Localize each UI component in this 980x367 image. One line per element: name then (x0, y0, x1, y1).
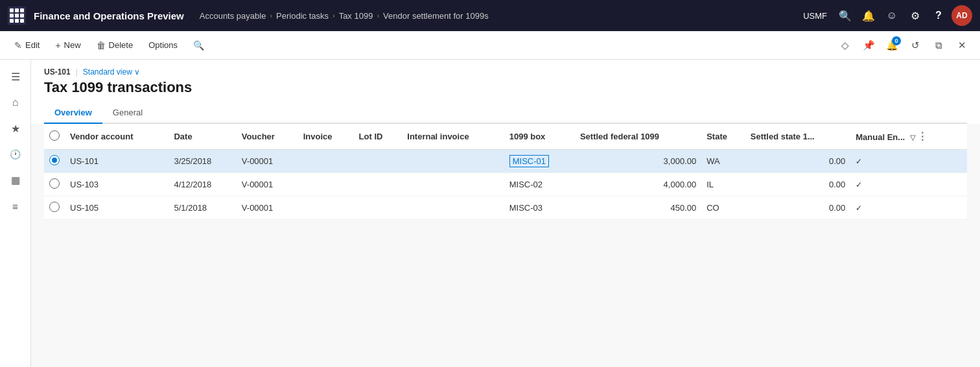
bell-icon[interactable]: 🔔 (858, 5, 879, 26)
row-radio-cell[interactable] (44, 196, 65, 220)
options-button[interactable]: Options (142, 37, 184, 53)
checkmark-icon: ✓ (856, 157, 862, 166)
edit-button[interactable]: ✎ Edit (8, 37, 46, 54)
cell-state: CO (701, 196, 745, 220)
refresh-icon[interactable]: ↺ (905, 35, 926, 56)
col-header-manual-en-label: Manual En... (856, 132, 905, 142)
col-header-vendor-account[interactable]: Vendor account (65, 124, 169, 150)
delete-button[interactable]: 🗑 Delete (90, 37, 140, 54)
tab-overview[interactable]: Overview (44, 102, 102, 124)
table-header-row: Vendor account Date Voucher Invoice Lot … (44, 124, 967, 150)
tab-general[interactable]: General (102, 102, 153, 124)
row-radio-cell[interactable] (44, 173, 65, 196)
delete-label: Delete (109, 40, 134, 50)
row-radio-cell[interactable] (44, 150, 65, 173)
col-header-lot-id[interactable]: Lot ID (354, 124, 402, 150)
pin-icon[interactable]: 📌 (858, 35, 879, 56)
table-body: US-1013/25/2018V-00001MISC-013,000.00WA0… (44, 150, 967, 220)
row-radio[interactable] (49, 202, 60, 212)
new-icon: + (55, 40, 60, 51)
search-icon-toolbar: 🔍 (193, 40, 204, 51)
col-header-settled-federal[interactable]: Settled federal 1099 (575, 124, 701, 150)
col-header-manual-en[interactable]: Manual En... ▽ ⋮ (850, 124, 967, 150)
col-header-voucher[interactable]: Voucher (237, 124, 298, 150)
col-header-settled-state[interactable]: Settled state 1... (745, 124, 851, 150)
cell-settled-state: 0.00 (745, 173, 851, 196)
notification-badge: 0 (892, 36, 901, 45)
avatar[interactable]: AD (951, 5, 972, 26)
org-label: USMF (803, 11, 827, 21)
row-radio[interactable] (49, 178, 60, 189)
cell-manual-en: ✓ (850, 173, 967, 196)
sidebar-item-menu[interactable]: ☰ (4, 65, 27, 88)
sidebar-item-modules[interactable]: ≡ (4, 195, 27, 218)
edit-label: Edit (25, 40, 40, 50)
table-row: US-1013/25/2018V-00001MISC-013,000.00WA0… (44, 150, 967, 173)
col-header-date[interactable]: Date (169, 124, 236, 150)
cell-vendor-account: US-103 (65, 173, 169, 196)
col-header-invoice[interactable]: Invoice (298, 124, 354, 150)
header-radio[interactable] (49, 130, 60, 141)
breadcrumb-sep-2: › (332, 12, 335, 19)
tabs: Overview General (44, 102, 967, 124)
diamond-icon[interactable]: ◇ (835, 35, 856, 56)
col-more-icon[interactable]: ⋮ (917, 131, 928, 142)
checkmark-icon: ✓ (856, 180, 862, 189)
cell-date: 5/1/2018 (169, 196, 236, 220)
view-name-selector[interactable]: Standard view ∨ (83, 67, 140, 77)
cell-settled-federal: 4,000.00 (575, 173, 701, 196)
cell-date: 4/12/2018 (169, 173, 236, 196)
gear-icon[interactable]: ⚙ (905, 5, 926, 26)
cell-state: WA (701, 150, 745, 173)
cell-manual-en: ✓ (850, 150, 967, 173)
help-icon[interactable]: ? (928, 5, 949, 26)
filter-icon[interactable]: ▽ (910, 134, 915, 141)
breadcrumb: Accounts payable › Periodic tasks › Tax … (200, 11, 803, 21)
view-id: US-101 (44, 67, 71, 77)
smiley-icon[interactable]: ☺ (881, 5, 902, 26)
sidebar-item-recent[interactable]: 🕐 (4, 143, 27, 166)
cell-1099-box[interactable]: MISC-01 (504, 150, 575, 173)
col-header-state[interactable]: State (701, 124, 745, 150)
sidebar: ☰ ⌂ ★ 🕐 ▦ ≡ (0, 60, 31, 367)
1099-box-link[interactable]: MISC-01 (509, 155, 549, 167)
toolbar: ✎ Edit + New 🗑 Delete Options 🔍 ◇ 📌 🔔 0 … (0, 31, 980, 60)
breadcrumb-item-4[interactable]: Vendor settlement for 1099s (383, 11, 489, 21)
waffle-icon (10, 8, 24, 23)
search-icon-top[interactable]: 🔍 (835, 5, 856, 26)
cell-1099-box[interactable]: MISC-03 (504, 196, 575, 220)
cell-1099-box[interactable]: MISC-02 (504, 173, 575, 196)
cell-state: IL (701, 173, 745, 196)
checkmark-icon: ✓ (856, 204, 862, 213)
breadcrumb-item-2[interactable]: Periodic tasks (276, 11, 329, 21)
sidebar-item-favorites[interactable]: ★ (4, 117, 27, 140)
table-container: Vendor account Date Voucher Invoice Lot … (31, 124, 980, 367)
cell-settled-state: 0.00 (745, 196, 851, 220)
cell-invoice (298, 196, 354, 220)
toolbar-right: ◇ 📌 🔔 0 ↺ ⧉ ✕ (835, 35, 972, 56)
table-row: US-1055/1/2018V-00001MISC-03450.00CO0.00… (44, 196, 967, 220)
chevron-down-icon: ∨ (134, 67, 140, 77)
col-header-internal-invoice[interactable]: Internal invoice (402, 124, 504, 150)
sidebar-item-workspaces[interactable]: ▦ (4, 169, 27, 192)
breadcrumb-item-1[interactable]: Accounts payable (200, 11, 266, 21)
search-button-toolbar[interactable]: 🔍 (187, 37, 211, 54)
view-header: US-101 | Standard view ∨ Tax 1099 transa… (31, 60, 980, 102)
open-in-icon[interactable]: ⧉ (928, 35, 949, 56)
col-header-1099-box[interactable]: 1099 box (504, 124, 575, 150)
new-label: New (64, 40, 81, 50)
app-grid-button[interactable] (8, 6, 26, 25)
cell-voucher: V-00001 (237, 150, 298, 173)
new-button[interactable]: + New (49, 37, 87, 54)
col-header-select[interactable] (44, 124, 65, 150)
row-radio[interactable] (49, 155, 60, 165)
cell-invoice (298, 150, 354, 173)
notification-icon[interactable]: 🔔 0 (881, 35, 902, 56)
breadcrumb-item-3[interactable]: Tax 1099 (339, 11, 373, 21)
view-separator: | (76, 67, 78, 77)
sidebar-item-home[interactable]: ⌂ (4, 91, 27, 114)
cell-vendor-account: US-101 (65, 150, 169, 173)
cell-lot-id (354, 150, 402, 173)
close-icon[interactable]: ✕ (951, 35, 972, 56)
cell-internal-invoice (402, 173, 504, 196)
